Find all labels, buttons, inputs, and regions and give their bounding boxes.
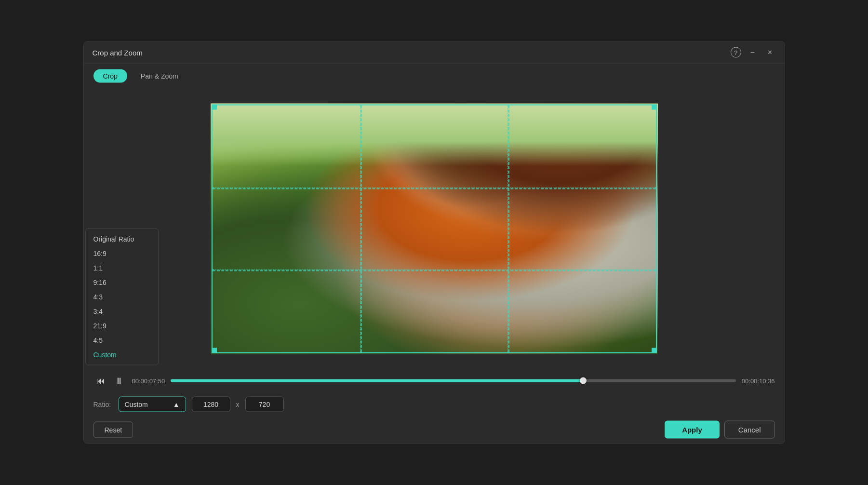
- chevron-up-icon: ▲: [173, 401, 180, 408]
- dropdown-item-1-1[interactable]: 1:1: [86, 261, 158, 275]
- play-controls: ⏮ ⏸: [93, 374, 126, 388]
- start-time-label: 00:00:07:50: [132, 377, 165, 384]
- progress-bar[interactable]: [171, 379, 736, 382]
- bottom-section: ⏮ ⏸ 00:00:07:50 00:00:10:36 Ratio: Custo…: [84, 369, 785, 444]
- ratio-label: Ratio:: [93, 401, 113, 408]
- dropdown-item-4-3[interactable]: 4:3: [86, 290, 158, 304]
- title-bar: Crop and Zoom ? − ×: [84, 42, 785, 64]
- main-content: Original Ratio 16:9 1:1 9:16 4:3 3:4: [84, 89, 785, 369]
- dropdown-item-original-ratio[interactable]: Original Ratio: [86, 232, 158, 246]
- right-buttons: Apply Cancel: [665, 421, 775, 439]
- canvas-area: Original Ratio 16:9 1:1 9:16 4:3 3:4: [84, 89, 785, 369]
- height-input[interactable]: [245, 397, 284, 412]
- pause-icon: ⏸: [115, 376, 123, 386]
- title-controls: ? − ×: [731, 47, 776, 58]
- progress-fill: [171, 379, 583, 382]
- close-icon: ×: [768, 48, 772, 57]
- ratio-selected-value: Custom: [125, 401, 148, 408]
- action-row: Reset Apply Cancel: [93, 416, 775, 444]
- video-container: [211, 103, 658, 354]
- pause-button[interactable]: ⏸: [112, 374, 126, 388]
- tab-pan-zoom[interactable]: Pan & Zoom: [131, 69, 188, 83]
- tab-row: Crop Pan & Zoom: [84, 64, 785, 89]
- reset-button[interactable]: Reset: [93, 421, 134, 438]
- width-input[interactable]: [192, 397, 230, 412]
- dropdown-item-4-5[interactable]: 4:5: [86, 333, 158, 348]
- end-time-label: 00:00:10:36: [742, 377, 775, 384]
- ratio-row: Ratio: Custom ▲ x: [93, 393, 775, 416]
- minimize-button[interactable]: −: [747, 47, 759, 58]
- crop-zoom-dialog: Crop and Zoom ? − × Crop Pan & Zoom: [83, 41, 785, 444]
- help-icon: ?: [734, 49, 737, 56]
- x-separator: x: [236, 401, 240, 408]
- ratio-select-button[interactable]: Custom ▲: [119, 397, 186, 412]
- playback-bar: ⏮ ⏸ 00:00:07:50 00:00:10:36: [93, 369, 775, 393]
- dropdown-item-9-16[interactable]: 9:16: [86, 275, 158, 290]
- photo-scene: [211, 103, 658, 354]
- ratio-dropdown-panel: Original Ratio 16:9 1:1 9:16 4:3 3:4: [85, 229, 159, 365]
- progress-thumb[interactable]: [580, 377, 587, 384]
- dropdown-item-16-9[interactable]: 16:9: [86, 246, 158, 261]
- photo-people-layer: [211, 103, 658, 354]
- rewind-button[interactable]: ⏮: [93, 374, 108, 388]
- tab-crop[interactable]: Crop: [93, 69, 127, 83]
- minimize-icon: −: [750, 48, 755, 57]
- dropdown-item-21-9[interactable]: 21:9: [86, 319, 158, 333]
- dropdown-item-custom[interactable]: Custom: [86, 348, 158, 362]
- help-button[interactable]: ?: [731, 47, 741, 58]
- cancel-button[interactable]: Cancel: [724, 421, 775, 439]
- rewind-icon: ⏮: [96, 376, 105, 386]
- dropdown-item-3-4[interactable]: 3:4: [86, 304, 158, 319]
- ratio-select-container: Custom ▲: [119, 397, 186, 412]
- apply-button[interactable]: Apply: [665, 421, 720, 439]
- dialog-title: Crop and Zoom: [93, 48, 143, 56]
- close-button[interactable]: ×: [764, 47, 776, 58]
